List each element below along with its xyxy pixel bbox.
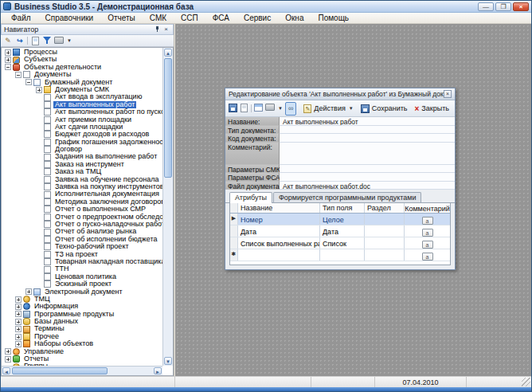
table-row[interactable]: ▶НомерЦелоеa	[230, 214, 450, 225]
table-cell[interactable]: Дата	[238, 225, 320, 237]
tree-horizontal-scrollbar[interactable]: ◄ ►	[2, 366, 162, 375]
save-button[interactable]: Сохранить	[358, 104, 410, 113]
expand-icon[interactable]	[15, 296, 22, 303]
field-value[interactable]	[280, 134, 455, 143]
expand-icon[interactable]	[15, 326, 22, 332]
field-value[interactable]: Акт выполненных работ	[280, 117, 455, 126]
collapse-icon[interactable]	[25, 79, 32, 85]
edit-icon[interactable]: ✎	[3, 37, 13, 45]
print-icon[interactable]	[265, 104, 275, 114]
menu-item-4[interactable]: СМК	[143, 13, 174, 24]
tab-1[interactable]: Атрибуты	[229, 192, 272, 203]
table-cell[interactable]: Список выполненных работ	[238, 237, 320, 249]
table-cell[interactable]	[365, 214, 405, 225]
table-cell[interactable]	[320, 249, 365, 261]
filter-icon[interactable]	[42, 37, 52, 45]
expand-icon[interactable]	[5, 57, 11, 63]
table-cell[interactable]	[365, 225, 405, 237]
tree-item[interactable]: Базы данных	[2, 318, 162, 325]
field-value[interactable]	[280, 165, 455, 174]
table-row[interactable]: ДатаДатаa	[230, 225, 450, 237]
table-cell[interactable]: Целое	[320, 214, 365, 225]
menu-item-2[interactable]: Справочники	[38, 13, 101, 24]
expand-icon[interactable]	[15, 311, 22, 317]
scroll-right-icon[interactable]: ►	[154, 367, 162, 374]
tree-item[interactable]: График погашения задолженности	[2, 139, 162, 146]
navigator-close-icon[interactable]: ×	[162, 25, 170, 34]
tree-item[interactable]: Электронный документ	[2, 288, 162, 296]
grid-icon[interactable]	[254, 104, 263, 114]
save-icon	[361, 104, 370, 113]
expand-icon[interactable]	[15, 319, 22, 325]
field-value[interactable]: Акт выполненных работ.doc	[280, 182, 455, 190]
table-cell[interactable]: Дата	[320, 225, 365, 237]
comment-editor-icon[interactable]: a	[422, 217, 433, 225]
comment-editor-icon[interactable]: a	[422, 241, 433, 249]
actions-button[interactable]: ✎ Действия ▼	[301, 104, 355, 113]
close-button[interactable]: × Закрыть	[412, 104, 452, 113]
tree-vertical-scrollbar[interactable]: ▲ ▼	[162, 48, 173, 366]
scroll-left-icon[interactable]: ◄	[2, 367, 10, 374]
close-button[interactable]: ×	[513, 2, 529, 11]
field-value[interactable]	[280, 126, 455, 135]
table-cell[interactable]	[365, 249, 405, 261]
column-header[interactable]: Название	[238, 203, 320, 213]
dialog-close-icon[interactable]: ×	[444, 90, 452, 98]
column-header[interactable]: Комментарий	[405, 203, 450, 213]
tree-item[interactable]: Термины	[2, 325, 162, 332]
menu-item-5[interactable]: ССП	[174, 13, 205, 24]
expand-icon[interactable]	[5, 356, 11, 363]
print-caret-icon[interactable]: ▼	[67, 38, 72, 43]
tree-item-label[interactable]: Электронный документ	[43, 288, 124, 296]
refresh-icon[interactable]: ↪	[15, 37, 25, 45]
link-button[interactable]: ∞	[285, 102, 296, 116]
tree-item[interactable]: ТМЦ	[2, 296, 162, 303]
expand-icon[interactable]	[15, 304, 22, 310]
scroll-down-icon[interactable]: ▼	[164, 357, 172, 365]
refresh-object-icon[interactable]	[240, 104, 248, 114]
menu-item-7[interactable]: Сервис	[237, 13, 278, 24]
tree-item[interactable]: Товарная накладная поставщика	[2, 258, 162, 265]
vertical-scroll-thumb[interactable]	[164, 58, 172, 178]
menu-item-6[interactable]: ФСА	[205, 13, 237, 24]
collapse-icon[interactable]	[15, 72, 22, 78]
horizontal-scroll-thumb[interactable]	[12, 367, 108, 374]
maximize-button[interactable]: ❐	[495, 2, 511, 11]
tree-item[interactable]: Программные продукты	[2, 311, 162, 318]
scroll-up-icon[interactable]: ▲	[164, 49, 172, 57]
expand-icon[interactable]	[5, 49, 11, 56]
field-value[interactable]	[280, 173, 455, 182]
table-row[interactable]: ✱a	[230, 249, 450, 261]
pin-icon[interactable]	[153, 25, 162, 34]
expand-icon[interactable]	[5, 348, 11, 355]
table-row[interactable]: Список выполненных работСписокa	[230, 237, 450, 249]
comment-editor-icon[interactable]: a	[422, 229, 433, 237]
document-icon	[44, 280, 51, 288]
resize-grip[interactable]	[522, 378, 530, 386]
field-value[interactable]	[280, 143, 455, 165]
tree-item[interactable]: Объекты деятельности	[2, 64, 162, 71]
menu-item-1[interactable]: Файл	[4, 13, 38, 24]
table-cell[interactable]: Список	[320, 237, 365, 249]
menu-item-9[interactable]: Помощь	[311, 13, 356, 24]
expand-icon[interactable]	[25, 288, 32, 295]
menu-item-3[interactable]: Отчеты	[100, 13, 143, 24]
table-cell[interactable]	[365, 237, 405, 249]
print-icon[interactable]	[54, 37, 64, 45]
expand-icon[interactable]	[36, 87, 42, 93]
comment-editor-icon[interactable]: a	[422, 253, 433, 261]
tab-2[interactable]: Формируется программными продуктами	[273, 192, 421, 202]
print-caret-icon[interactable]: ▼	[278, 106, 283, 111]
table-cell[interactable]	[238, 249, 320, 261]
tree-item-label[interactable]: Товарная накладная поставщика	[53, 258, 162, 265]
collapse-icon[interactable]	[5, 64, 11, 70]
column-header[interactable]: Тип поля	[320, 203, 365, 213]
open-report-icon[interactable]	[30, 37, 40, 45]
table-cell[interactable]: Номер	[238, 214, 320, 225]
menu-item-8[interactable]: Окна	[278, 13, 311, 24]
column-header[interactable]: Раздел	[365, 203, 405, 213]
expand-icon[interactable]	[15, 334, 22, 340]
minimize-button[interactable]: —	[478, 2, 494, 11]
expand-icon[interactable]	[15, 341, 22, 347]
save-icon[interactable]	[229, 104, 237, 114]
